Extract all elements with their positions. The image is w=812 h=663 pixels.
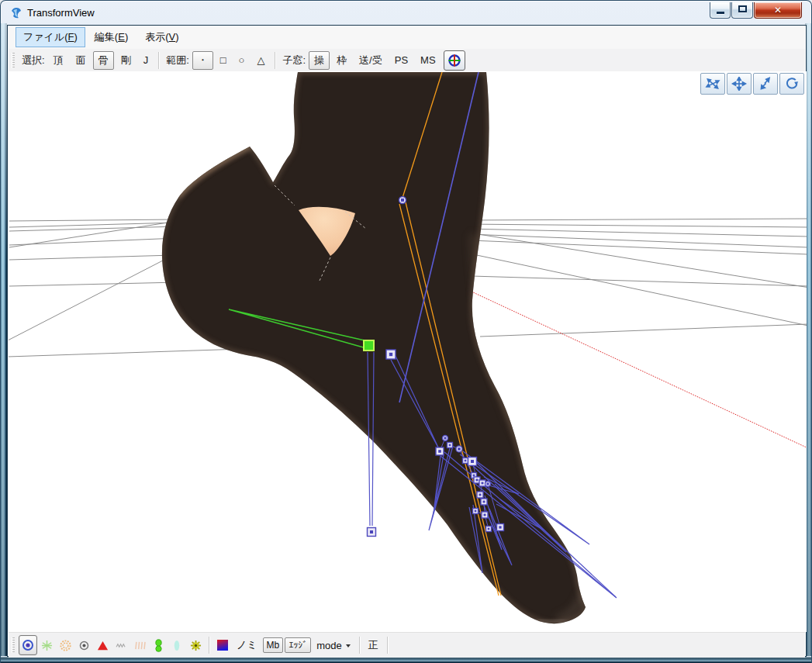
range-polygon-button[interactable]: △ xyxy=(251,52,270,68)
subwindow-ps-button[interactable]: PS xyxy=(389,52,413,68)
client-area: ファイル(F) 編集(E) 表示(V) 選択: 頂 面 骨 剛 J 範囲: ・ … xyxy=(7,25,807,657)
toggle-green-capsules[interactable] xyxy=(149,635,168,655)
move-arrows-icon xyxy=(731,77,747,91)
title-bar[interactable]: TransformView ✕ xyxy=(1,1,811,25)
minimize-icon xyxy=(717,12,724,14)
menu-file[interactable]: ファイル(F) xyxy=(16,27,85,47)
menu-bar: ファイル(F) 編集(E) 表示(V) xyxy=(9,26,805,49)
subwindow-ms-button[interactable]: MS xyxy=(415,52,441,68)
window-title: TransformView xyxy=(27,7,95,19)
range-point-button[interactable]: ・ xyxy=(192,51,213,70)
center-bias-button[interactable] xyxy=(444,50,465,71)
transform-view-window: TransformView ✕ ファイル(F) 編集(E) 表示(V) 選択: … xyxy=(0,0,812,663)
toggle-red-triangle[interactable] xyxy=(93,635,112,655)
toggle-cyan-capsule[interactable] xyxy=(168,635,186,655)
app-icon xyxy=(9,6,22,19)
crosshair-target-icon xyxy=(447,54,461,67)
select-bone-button[interactable]: 骨 xyxy=(93,51,114,70)
select-label: 選択: xyxy=(22,54,45,67)
subwindow-label: 子窓: xyxy=(282,54,306,67)
window-frame-left xyxy=(1,23,7,663)
dolly-zoom-button[interactable] xyxy=(753,73,778,95)
toggle-orange-scribble[interactable] xyxy=(56,635,74,655)
maximize-button[interactable] xyxy=(731,2,753,19)
select-vertex-button[interactable]: 頂 xyxy=(48,51,69,70)
toolbar: 選択: 頂 面 骨 剛 J 範囲: ・ □ ○ △ 子窓: 操 枠 送/受 PS… xyxy=(9,49,805,72)
subwindow-control-button[interactable]: 操 xyxy=(309,51,330,70)
selected-bone-handle[interactable] xyxy=(364,340,374,350)
maximize-icon xyxy=(738,5,747,12)
material-swatch[interactable] xyxy=(213,635,232,655)
close-button[interactable]: ✕ xyxy=(754,2,802,19)
statusbar-separator-2 xyxy=(359,637,360,654)
select-face-button[interactable]: 面 xyxy=(71,51,92,70)
menu-view[interactable]: 表示(V) xyxy=(137,27,186,47)
edge-button[interactable]: ｴｯｼﾞ xyxy=(285,637,311,653)
minimize-button[interactable] xyxy=(710,2,731,19)
select-joint-button[interactable]: J xyxy=(138,52,154,68)
menu-edit[interactable]: 編集(E) xyxy=(87,27,136,47)
nomi-button[interactable]: ノミ xyxy=(233,637,261,654)
range-rect-button[interactable]: □ xyxy=(215,52,232,68)
mode-dropdown[interactable]: mode xyxy=(313,638,354,653)
toolbar-separator-2 xyxy=(275,52,275,69)
scene-3d xyxy=(9,71,807,632)
caret-down-icon xyxy=(346,644,351,647)
toggle-gray-ring[interactable] xyxy=(74,635,93,655)
toggle-vertex-ring[interactable] xyxy=(19,635,37,655)
toolbar-separator-1 xyxy=(158,52,159,69)
close-icon: ✕ xyxy=(755,5,801,16)
rotate-button[interactable] xyxy=(779,73,804,95)
viewport-3d[interactable] xyxy=(9,71,807,632)
move-button[interactable] xyxy=(727,73,752,95)
toggle-orange-hatch[interactable] xyxy=(130,635,149,655)
statusbar-separator-3 xyxy=(387,637,388,654)
range-circle-button[interactable]: ○ xyxy=(233,52,251,68)
toolbar-grip[interactable] xyxy=(12,53,15,68)
viewport-nav-buttons xyxy=(699,73,804,95)
range-label: 範囲: xyxy=(166,54,189,67)
dolly-zoom-arrow-icon xyxy=(758,77,773,91)
subwindow-sendreceive-button[interactable]: 送/受 xyxy=(354,51,388,70)
statusbar-grip[interactable] xyxy=(12,637,15,653)
pan-3d-button[interactable] xyxy=(700,73,725,95)
toggle-gray-squiggle[interactable] xyxy=(112,635,130,655)
front-button[interactable]: 正 xyxy=(365,637,382,654)
statusbar-separator-1 xyxy=(209,637,209,654)
rotate-arrow-icon xyxy=(784,77,800,91)
toggle-yellow-gear[interactable] xyxy=(186,635,205,655)
select-rigid-button[interactable]: 剛 xyxy=(116,51,136,70)
toggle-green-burst[interactable] xyxy=(37,635,56,655)
subwindow-frame-button[interactable]: 枠 xyxy=(331,51,352,70)
pan-3d-arrows-icon xyxy=(705,77,720,91)
status-bar: ノミ Mb ｴｯｼﾞ mode 正 xyxy=(9,632,805,658)
mb-button[interactable]: Mb xyxy=(263,637,284,653)
